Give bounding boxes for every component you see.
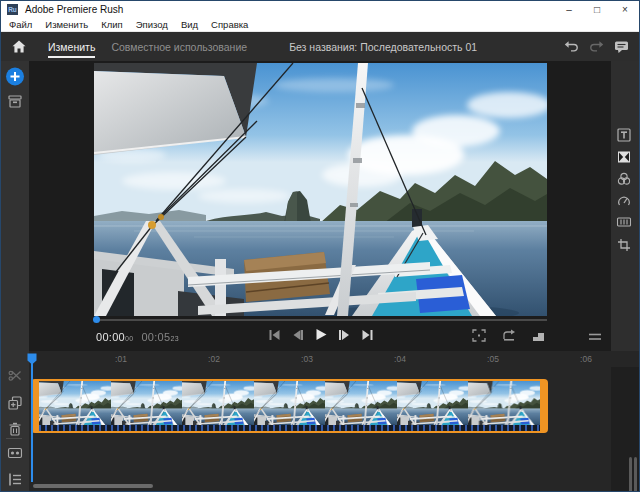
home-icon[interactable] xyxy=(12,40,26,53)
current-frames: 00 xyxy=(125,335,133,342)
transitions-icon[interactable] xyxy=(617,150,631,164)
menu-clip[interactable]: Клип xyxy=(101,19,123,30)
timeline-right-gutter xyxy=(611,367,639,491)
playhead-line xyxy=(31,360,33,482)
delete-trash-icon[interactable] xyxy=(9,422,22,436)
timeline-panel: :01 :02 :03 :04 :05 :06 xyxy=(29,351,639,491)
menu-view[interactable]: Вид xyxy=(181,19,198,30)
clip-thumbnail xyxy=(182,381,254,425)
go-to-end-icon[interactable] xyxy=(361,329,373,341)
audio-mixer-icon[interactable] xyxy=(617,216,632,228)
timeline-vertical-scrollbar-track[interactable] xyxy=(634,457,637,492)
project-title: Без названия: Последовательность 01 xyxy=(289,41,477,53)
undo-icon[interactable] xyxy=(564,40,579,53)
ruler-tick: :01 xyxy=(108,354,134,364)
menu-sequence[interactable]: Эпизод xyxy=(136,19,168,30)
timeline-horizontal-scrollbar[interactable] xyxy=(33,484,153,488)
preview-scrubber[interactable] xyxy=(94,319,547,321)
ruler-tick: :02 xyxy=(201,354,227,364)
toolbar-divider xyxy=(6,438,22,439)
timeline-settings-icon[interactable] xyxy=(589,333,601,341)
titles-icon[interactable] xyxy=(617,128,631,142)
clip-thumbnail xyxy=(397,381,469,425)
tab-edit[interactable]: Изменить xyxy=(48,32,95,61)
minimize-button[interactable]: – xyxy=(555,1,583,18)
play-button-icon[interactable] xyxy=(314,328,327,341)
ruler-tick: :04 xyxy=(387,354,413,364)
media-browser-icon[interactable] xyxy=(8,95,22,108)
video-preview xyxy=(94,63,547,316)
window-controls: – □ × xyxy=(555,1,639,18)
menu-edit[interactable]: Изменить xyxy=(45,19,88,30)
app-window: Ru Adobe Premiere Rush – □ × Файл Измени… xyxy=(0,0,640,492)
track-controls-icon[interactable] xyxy=(8,473,22,486)
menu-help[interactable]: Справка xyxy=(211,19,248,30)
clip-filmstrip xyxy=(39,381,540,431)
step-forward-icon[interactable] xyxy=(338,329,350,341)
timeline-ruler[interactable]: :01 :02 :03 :04 :05 :06 xyxy=(29,351,639,367)
fullscreen-icon[interactable] xyxy=(472,329,486,342)
current-time: 00:00 xyxy=(96,331,125,343)
playback-quality-icon[interactable] xyxy=(532,330,545,342)
scrubber-handle[interactable] xyxy=(93,316,100,323)
close-button[interactable]: × xyxy=(611,1,639,18)
crop-rotate-icon[interactable] xyxy=(617,238,631,252)
title-bar: Ru Adobe Premiere Rush – □ × xyxy=(1,1,639,18)
clip-thumbnail xyxy=(468,381,540,425)
preview-panel: 00:000000:0523 xyxy=(29,61,611,351)
feedback-icon[interactable] xyxy=(614,40,629,54)
transport-buttons xyxy=(268,328,373,341)
total-time: 00:05 xyxy=(141,331,170,343)
ruler-tick: :05 xyxy=(480,354,506,364)
step-back-icon[interactable] xyxy=(291,329,303,341)
redo-icon[interactable] xyxy=(589,40,604,53)
tab-actions xyxy=(564,40,629,54)
duplicate-icon[interactable] xyxy=(8,396,22,410)
timecode: 00:000000:0523 xyxy=(96,331,179,343)
left-toolbar xyxy=(1,61,29,491)
menu-bar: Файл Изменить Клип Эпизод Вид Справка xyxy=(1,18,639,32)
speed-icon[interactable] xyxy=(617,194,631,207)
app-icon: Ru xyxy=(7,4,18,15)
go-to-start-icon[interactable] xyxy=(268,329,280,341)
clip-audio-waveform xyxy=(39,425,540,431)
menu-file[interactable]: Файл xyxy=(9,19,32,30)
total-frames: 23 xyxy=(170,335,178,342)
playhead[interactable] xyxy=(27,351,39,483)
clip-thumbnail xyxy=(254,381,326,425)
timeline-vertical-scrollbar[interactable] xyxy=(629,457,632,492)
timeline-clip[interactable] xyxy=(31,379,548,433)
add-media-button[interactable] xyxy=(6,67,25,86)
track-mixer-icon[interactable] xyxy=(8,447,23,459)
loop-playback-icon[interactable] xyxy=(502,329,516,342)
ruler-tick: :03 xyxy=(294,354,320,364)
video-frame xyxy=(94,63,547,316)
window-title: Adobe Premiere Rush xyxy=(25,4,123,15)
tab-share[interactable]: Совместное использование xyxy=(111,32,247,61)
preview-options xyxy=(472,329,545,342)
clip-thumbnail xyxy=(111,381,183,425)
ruler-tick: :06 xyxy=(573,354,599,364)
maximize-button[interactable]: □ xyxy=(583,1,611,18)
tab-bar: Изменить Совместное использование Без на… xyxy=(1,32,639,61)
transport-bar: 00:000000:0523 xyxy=(94,325,547,351)
clip-thumbnail xyxy=(39,381,111,425)
color-icon[interactable] xyxy=(617,172,632,186)
right-toolbar xyxy=(609,61,639,371)
clip-thumbnail xyxy=(325,381,397,425)
split-scissors-icon[interactable] xyxy=(8,370,22,383)
